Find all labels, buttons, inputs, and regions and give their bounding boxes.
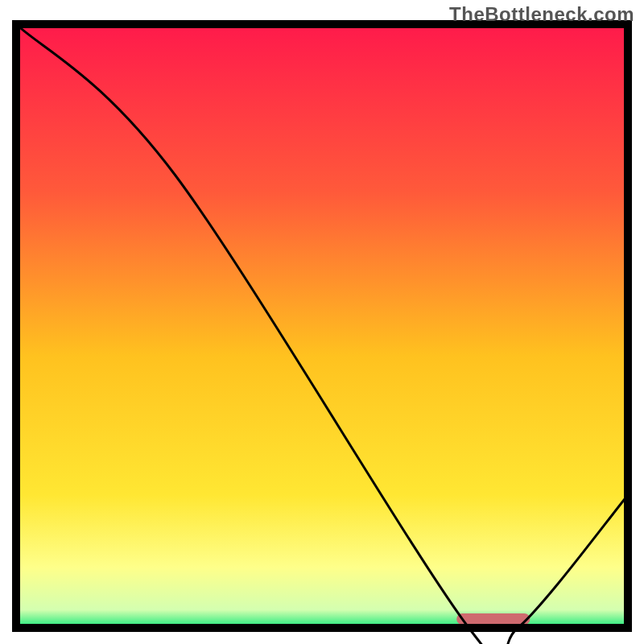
watermark-text: TheBottleneck.com: [449, 3, 634, 26]
gradient-background: [16, 24, 628, 628]
bottleneck-chart: TheBottleneck.com: [0, 0, 644, 644]
optimum-band: [456, 613, 530, 625]
chart-svg: [0, 0, 644, 644]
